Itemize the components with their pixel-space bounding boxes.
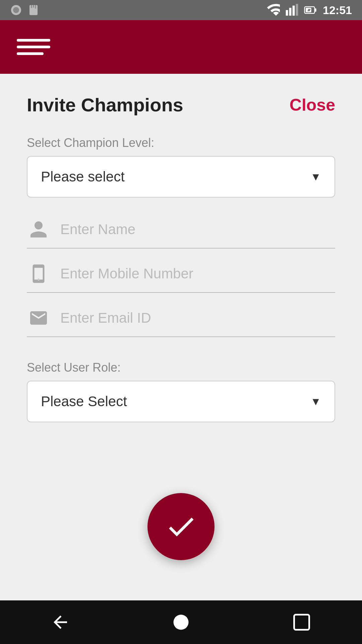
home-icon xyxy=(171,612,191,632)
champion-level-value: Please select xyxy=(41,169,125,185)
user-role-value: Please Select xyxy=(41,393,127,410)
svg-point-1 xyxy=(13,7,19,13)
checkmark-icon xyxy=(164,510,198,543)
email-input-row xyxy=(27,306,335,337)
mobile-input-row xyxy=(27,262,335,293)
svg-rect-4 xyxy=(33,5,34,8)
submit-area xyxy=(27,442,335,580)
back-button[interactable] xyxy=(50,612,70,632)
user-role-dropdown[interactable]: Please Select ▼ xyxy=(27,381,335,422)
status-bar: 12:51 xyxy=(0,0,362,20)
close-button[interactable]: Close xyxy=(290,95,335,115)
submit-button[interactable] xyxy=(147,493,215,560)
sd-card-icon xyxy=(27,4,40,16)
svg-rect-7 xyxy=(289,8,292,15)
form-section: Select Champion Level: Please select ▼ xyxy=(27,136,335,442)
email-input[interactable] xyxy=(60,310,335,326)
recents-icon xyxy=(292,612,312,632)
champion-level-dropdown[interactable]: Please select ▼ xyxy=(27,156,335,198)
hamburger-line-2 xyxy=(17,46,50,48)
page-header: Invite Champions Close xyxy=(27,94,335,116)
user-role-label: Select User Role: xyxy=(27,361,335,375)
recents-button[interactable] xyxy=(292,612,312,632)
svg-rect-5 xyxy=(35,5,36,9)
time-display: 12:51 xyxy=(323,4,352,17)
home-button[interactable] xyxy=(171,612,191,632)
status-bar-right: 12:51 xyxy=(266,3,352,17)
back-icon xyxy=(50,612,70,632)
phone-icon xyxy=(27,262,50,285)
name-input-row xyxy=(27,218,335,249)
svg-rect-16 xyxy=(294,615,309,630)
champion-level-arrow-icon: ▼ xyxy=(310,171,321,183)
svg-rect-11 xyxy=(315,8,316,12)
nav-bar xyxy=(0,20,362,74)
svg-rect-3 xyxy=(31,5,32,8)
hamburger-line-1 xyxy=(17,39,50,42)
user-role-arrow-icon: ▼ xyxy=(310,395,321,408)
name-input[interactable] xyxy=(60,221,335,237)
main-content: Invite Champions Close Select Champion L… xyxy=(0,74,362,600)
svg-rect-6 xyxy=(286,10,288,16)
bottom-nav xyxy=(0,600,362,644)
page-title: Invite Champions xyxy=(27,94,183,116)
svg-rect-8 xyxy=(293,6,295,16)
email-icon xyxy=(27,306,50,330)
signal-icon xyxy=(285,3,299,17)
status-bar-left xyxy=(10,4,40,16)
svg-point-15 xyxy=(174,615,189,630)
champion-level-label: Select Champion Level: xyxy=(27,136,335,150)
wifi-icon xyxy=(266,3,280,17)
hamburger-line-3 xyxy=(17,52,44,55)
mobile-input[interactable] xyxy=(60,266,335,282)
battery-icon xyxy=(304,3,317,17)
hamburger-menu[interactable] xyxy=(17,39,50,55)
svg-rect-9 xyxy=(296,4,298,16)
person-icon xyxy=(27,218,50,241)
sim-icon xyxy=(10,4,22,16)
